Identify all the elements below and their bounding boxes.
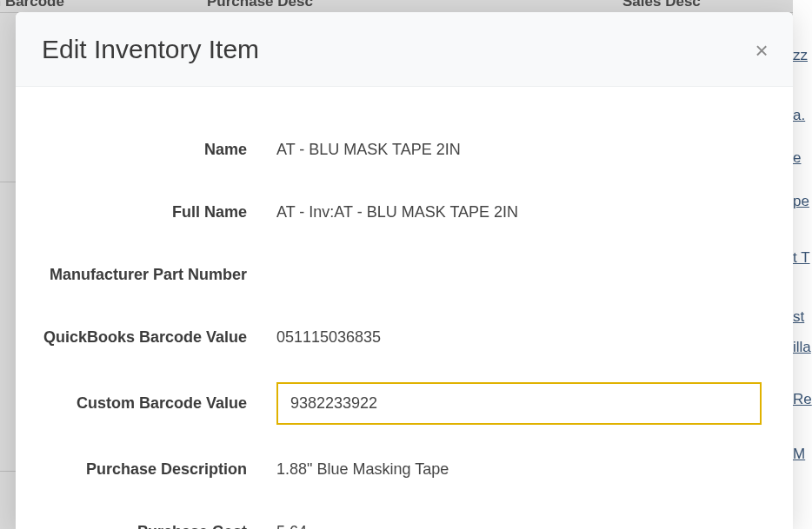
value-purchase-cost: 5.64 [276,523,767,530]
label-mfr-part: Manufacturer Part Number [42,266,276,284]
label-custom-barcode: Custom Barcode Value [42,394,276,413]
backdrop-link[interactable]: st [793,308,804,326]
backdrop-link[interactable]: pe [793,193,809,210]
row-name: Name AT - BLU MASK TAPE 2IN [42,118,767,181]
label-purchase-cost: Purchase Cost [42,523,276,530]
backdrop-link[interactable]: M [793,446,805,463]
custom-barcode-input[interactable] [276,382,762,425]
label-qb-barcode: QuickBooks Barcode Value [42,328,276,347]
value-name: AT - BLU MASK TAPE 2IN [276,141,767,159]
row-custom-barcode: Custom Barcode Value [42,368,767,438]
row-purchase-cost: Purchase Cost 5.64 [42,500,767,529]
close-button[interactable]: × [751,40,772,61]
row-mfr-part: Manufacturer Part Number [42,243,767,306]
backdrop-col-custom-barcode: tom Barcode [0,0,64,10]
modal-body: Name AT - BLU MASK TAPE 2IN Full Name AT… [16,87,793,529]
value-full-name: AT - Inv:AT - BLU MASK TAPE 2IN [276,203,767,222]
label-name: Name [42,141,276,159]
label-full-name: Full Name [42,203,276,222]
value-purchase-desc: 1.88" Blue Masking Tape [276,460,767,479]
value-qb-barcode: 051115036835 [276,328,767,347]
edit-inventory-modal: Edit Inventory Item × Name AT - BLU MASK… [16,12,793,529]
close-icon: × [755,39,768,62]
modal-header: Edit Inventory Item × [16,12,793,87]
modal-title: Edit Inventory Item [42,35,259,64]
backdrop-right-strip: zz a. e pe t T st illa Re M [793,0,812,529]
backdrop-col-sales-desc: Sales Desc [622,0,701,10]
label-purchase-desc: Purchase Description [42,460,276,479]
backdrop-link[interactable]: illa [793,339,811,356]
row-qb-barcode: QuickBooks Barcode Value 051115036835 [42,306,767,368]
row-full-name: Full Name AT - Inv:AT - BLU MASK TAPE 2I… [42,181,767,243]
row-purchase-desc: Purchase Description 1.88" Blue Masking … [42,438,767,500]
backdrop-link[interactable]: Re [793,391,812,408]
backdrop-col-purchase-desc: Purchase Desc [207,0,313,10]
backdrop-header: tom Barcode Purchase Desc Sales Desc [0,0,812,12]
backdrop-link[interactable]: e [793,149,801,167]
backdrop-link[interactable]: t T [793,249,810,267]
backdrop-link[interactable]: a. [793,107,805,124]
backdrop-link[interactable]: zz [793,47,808,64]
